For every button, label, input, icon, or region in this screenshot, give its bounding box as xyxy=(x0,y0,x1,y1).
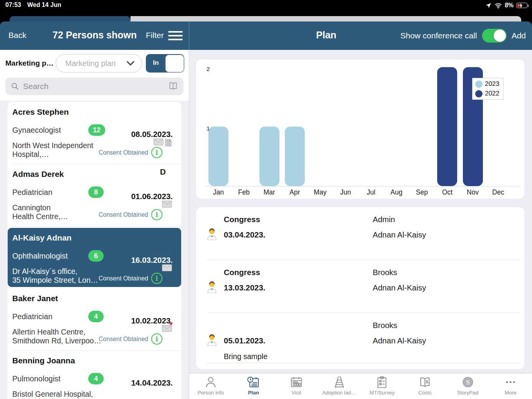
consent-status: Consent Obtained xyxy=(99,272,163,284)
consent-label: Consent Obtained xyxy=(99,211,148,218)
person-name: Admas Derek xyxy=(12,170,64,179)
month-label: Oct xyxy=(434,188,461,196)
in-toggle[interactable]: In xyxy=(146,54,184,73)
person-status-icons xyxy=(154,138,172,147)
month-label: Jan xyxy=(205,188,232,196)
activity-attendee: Admin xyxy=(373,215,395,224)
search-bar[interactable] xyxy=(5,77,183,95)
bookmark-book-icon[interactable] xyxy=(168,82,178,91)
person-date: 16.03.2023. xyxy=(131,256,173,265)
section-letter: D xyxy=(160,167,166,176)
survey-clipboard-icon xyxy=(375,376,389,389)
person-name: Benning Joanna xyxy=(12,356,75,365)
chart-bar xyxy=(437,67,457,186)
legend-entry: 2022 xyxy=(475,90,499,97)
persons-panel: Marketing p… Marketing plan In Acres Ste… xyxy=(0,50,189,399)
battery-percent: 8% xyxy=(505,2,514,9)
tab-person-info[interactable]: Person info xyxy=(189,373,232,399)
envelope-icon xyxy=(162,264,172,271)
person-row[interactable]: Admas DerekPediatrician801.06.2023.Canni… xyxy=(8,164,181,226)
tab-plan[interactable]: Plan xyxy=(232,373,275,399)
activity-note: Bring sample xyxy=(224,352,268,361)
window-tab-right xyxy=(131,16,521,21)
person-name: Al-Kaisy Adnan xyxy=(12,233,71,242)
person-status-icons xyxy=(162,201,172,209)
person-count-badge: 6 xyxy=(88,250,104,262)
info-icon[interactable] xyxy=(151,333,163,345)
bar-chart-plot: 12 xyxy=(206,67,511,186)
consent-label: Consent Obtained xyxy=(99,149,148,156)
tab-visit[interactable]: Visit xyxy=(275,373,318,399)
person-count-badge: 4 xyxy=(88,311,104,322)
status-bar: 07:53 Wed 14 Jun 8% xyxy=(0,0,532,16)
conference-call-toggle[interactable] xyxy=(482,29,507,43)
window-chrome xyxy=(0,16,532,21)
month-label: Jun xyxy=(332,188,359,196)
month-label: Mar xyxy=(256,188,283,196)
person-address: Bristol General Hospital, xyxy=(12,390,102,399)
tab-more[interactable]: More xyxy=(489,373,532,399)
search-input[interactable] xyxy=(23,82,164,91)
person-name: Acres Stephen xyxy=(12,107,69,117)
month-label: May xyxy=(307,188,334,196)
filter-button[interactable]: Filter xyxy=(146,31,164,40)
consent-status: Consent Obtained xyxy=(99,209,163,221)
search-icon xyxy=(11,82,19,91)
plan-calendar-clock-icon xyxy=(246,376,260,389)
tab-label: Adoption lad… xyxy=(322,390,356,396)
doctor-avatar xyxy=(206,227,218,242)
tab-label: Plan xyxy=(248,390,259,396)
month-label: Dec xyxy=(485,188,512,196)
tab-costs[interactable]: Costs xyxy=(403,373,446,399)
bottom-tab-bar: Person infoPlanVisitAdoption lad…MT/Surv… xyxy=(189,373,532,399)
person-list-gutter: Acres StephenGynaecologist1208.05.2023.N… xyxy=(0,101,189,399)
activity-date: 13.03.2023. xyxy=(224,283,265,292)
tab-adoption-lad-[interactable]: Adoption lad… xyxy=(318,373,361,399)
month-label: Sep xyxy=(408,188,435,196)
row-divider xyxy=(14,226,181,226)
envelope-wrap xyxy=(162,264,172,273)
battery-icon xyxy=(516,3,527,8)
person-icon xyxy=(204,376,218,389)
ladder-icon xyxy=(332,376,346,389)
more-dots-icon xyxy=(504,376,517,389)
month-label: Jul xyxy=(358,188,385,196)
envelope-wrap xyxy=(162,325,172,333)
person-row[interactable]: Al-Kaisy AdnanOphthalmologist616.03.2023… xyxy=(8,228,181,287)
tab-label: Person info xyxy=(198,390,224,396)
add-button[interactable]: Add xyxy=(512,31,526,40)
person-row[interactable]: Acres StephenGynaecologist1208.05.2023.N… xyxy=(8,102,181,164)
legend-label: 2022 xyxy=(485,90,499,97)
person-row[interactable]: Benning JoannaPulmonologist414.04.2023.B… xyxy=(8,351,181,399)
info-icon[interactable] xyxy=(151,147,163,158)
month-label: Feb xyxy=(230,188,257,196)
envelope-wrap xyxy=(154,138,164,147)
legend-label: 2023 xyxy=(485,80,499,88)
tab-storypad[interactable]: StoryPad xyxy=(446,373,489,399)
info-icon[interactable] xyxy=(151,209,163,221)
person-specialty: Ophthalmologist xyxy=(12,252,68,261)
info-icon[interactable] xyxy=(151,272,163,284)
person-date: 10.02.2023. xyxy=(131,316,173,325)
plan-chart-card: 12 JanFebMarAprMayJunJulAugSepOctNovDec … xyxy=(196,59,524,199)
activity-owner: Adnan Al-Kaisy xyxy=(373,336,426,345)
unread-dot xyxy=(170,322,172,325)
month-label: Aug xyxy=(383,188,410,196)
month-label: Apr xyxy=(281,188,308,196)
marketing-plan-label: Marketing p… xyxy=(5,59,54,68)
chart-bar xyxy=(259,127,279,186)
activity-row[interactable]: CongressBrooks13.03.2023.Adnan Al-Kaisy xyxy=(196,260,524,313)
activity-row[interactable]: Brooks05.01.2023.Adnan Al-KaisyBring sam… xyxy=(196,313,524,363)
hamburger-menu-icon[interactable] xyxy=(168,31,183,40)
app-screen: 07:53 Wed 14 Jun 8% Back 72 Persons show… xyxy=(0,0,532,399)
doctor-emoji-icon xyxy=(206,333,218,346)
visit-calendar-eye-icon xyxy=(289,376,303,389)
activity-row[interactable]: CongressAdmin03.04.2023.Adnan Al-Kaisy xyxy=(196,207,524,260)
marketing-plan-dropdown[interactable]: Marketing plan xyxy=(56,54,142,73)
document-icon xyxy=(165,138,172,147)
envelope-icon xyxy=(162,325,172,332)
legend-entry: 2023 xyxy=(475,80,499,88)
tab-mt-survey[interactable]: MT/Survey xyxy=(361,373,404,399)
activity-divider xyxy=(207,363,520,363)
person-row[interactable]: Baker JanetPediatrician410.02.2023.Aller… xyxy=(8,289,181,351)
